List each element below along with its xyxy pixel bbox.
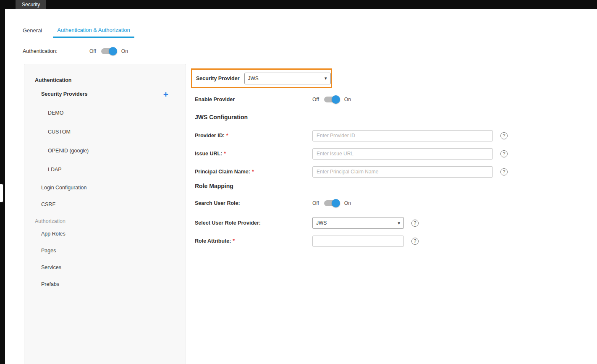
help-icon[interactable]: ? xyxy=(411,220,419,227)
principal-claim-name-label: Principal Claim Name:* xyxy=(195,169,312,175)
provider-config-panel: Security Provider JWS ▾ Enable Provider … xyxy=(191,64,597,364)
security-provider-select-value: JWS xyxy=(248,76,259,81)
provider-id-label: Provider ID:* xyxy=(195,133,312,139)
toggle-knob xyxy=(109,47,117,55)
toggle-off-label: Off xyxy=(312,200,319,206)
issue-url-label: Issue URL:* xyxy=(195,151,312,157)
required-marker: * xyxy=(252,169,254,175)
help-icon[interactable]: ? xyxy=(500,132,508,139)
tab-authentication-authorization[interactable]: Authentication & Authorization xyxy=(53,27,134,38)
toggle-off-label: Off xyxy=(312,97,319,102)
tab-general[interactable]: General xyxy=(23,27,42,38)
issue-url-row: Issue URL:* ? xyxy=(195,148,597,160)
role-attribute-row: Role Attribute:* ? xyxy=(195,235,597,247)
toggle-on-label: On xyxy=(344,97,351,102)
principal-claim-name-row: Principal Claim Name:* ? xyxy=(195,166,597,178)
select-user-role-provider-label: Select User Role Provider: xyxy=(195,220,312,226)
toggle-on-label: On xyxy=(121,48,128,54)
authentication-toggle: Off On xyxy=(89,48,128,54)
enable-provider-label: Enable Provider xyxy=(195,97,312,102)
sidebar-item-csrf[interactable]: CSRF xyxy=(41,202,55,207)
toggle-knob xyxy=(332,95,340,104)
security-window-tab-label: Security xyxy=(22,2,40,8)
required-marker: * xyxy=(233,238,235,244)
authentication-label: Authentication: xyxy=(23,48,89,54)
panel-collapse-handle[interactable] xyxy=(0,184,3,202)
sidebar-item-demo[interactable]: DEMO xyxy=(48,110,64,116)
authentication-toggle-switch[interactable] xyxy=(101,48,116,54)
chevron-down-icon: ▾ xyxy=(398,220,400,226)
sidebar-item-ldap[interactable]: LDAP xyxy=(48,167,62,173)
left-edge-bar xyxy=(0,0,5,364)
search-user-role-label: Search User Role: xyxy=(195,200,312,206)
authentication-toggle-row: Authentication: Off On xyxy=(23,45,597,57)
security-settings-page: General Authentication & Authorization A… xyxy=(5,9,597,364)
role-attribute-input[interactable] xyxy=(312,236,404,247)
enable-provider-toggle-switch[interactable] xyxy=(324,97,339,102)
issue-url-input[interactable] xyxy=(312,148,493,160)
toggle-knob xyxy=(332,199,340,207)
role-mapping-heading: Role Mapping xyxy=(195,183,233,189)
sidebar-heading-authentication: Authentication xyxy=(35,77,72,83)
help-icon[interactable]: ? xyxy=(411,238,419,245)
help-icon[interactable]: ? xyxy=(500,150,508,157)
security-provider-highlight: Security Provider JWS ▾ xyxy=(191,68,332,88)
sidebar-item-prefabs[interactable]: Prefabs xyxy=(41,281,59,287)
sidebar-heading-authorization: Authorization xyxy=(35,218,65,224)
security-window-tab[interactable]: Security xyxy=(16,0,46,9)
role-attribute-label: Role Attribute:* xyxy=(195,238,312,244)
sidebar-item-openid-google[interactable]: OPENID (google) xyxy=(48,148,89,154)
jws-configuration-heading: JWS Configuration xyxy=(195,114,248,120)
sidebar-item-login-configuration[interactable]: Login Configuration xyxy=(41,185,86,191)
search-user-role-row: Search User Role: Off On xyxy=(195,197,597,209)
sidebar-item-pages[interactable]: Pages xyxy=(41,248,56,254)
chevron-down-icon: ▾ xyxy=(325,76,327,81)
principal-claim-name-input[interactable] xyxy=(312,166,493,178)
user-role-provider-select-value: JWS xyxy=(316,220,327,226)
user-role-provider-select[interactable]: JWS ▾ xyxy=(312,217,404,229)
enable-provider-toggle: Off On xyxy=(312,97,351,102)
search-user-role-toggle-switch[interactable] xyxy=(324,200,339,206)
sidebar-item-app-roles[interactable]: App Roles xyxy=(41,231,65,237)
toggle-on-label: On xyxy=(344,200,351,206)
add-provider-icon[interactable]: + xyxy=(162,90,170,99)
select-user-role-provider-row: Select User Role Provider: JWS ▾ ? xyxy=(195,217,597,229)
top-bar: Security xyxy=(0,0,597,9)
provider-id-row: Provider ID:* ? xyxy=(195,130,597,141)
enable-provider-row: Enable Provider Off On xyxy=(195,94,597,105)
required-marker: * xyxy=(224,151,226,157)
search-user-role-toggle: Off On xyxy=(312,200,351,206)
sidebar-item-custom[interactable]: CUSTOM xyxy=(48,129,71,135)
settings-tabs: General Authentication & Authorization xyxy=(5,26,597,38)
required-marker: * xyxy=(226,133,228,139)
sidebar-item-services[interactable]: Services xyxy=(41,264,61,270)
security-provider-select[interactable]: JWS ▾ xyxy=(244,73,331,84)
sidebar-item-security-providers[interactable]: Security Providers xyxy=(41,91,87,97)
security-provider-label: Security Provider xyxy=(196,76,240,81)
help-icon[interactable]: ? xyxy=(500,168,508,175)
security-sidebar: Authentication Security Providers + DEMO… xyxy=(24,64,186,364)
toggle-off-label: Off xyxy=(89,48,96,54)
provider-id-input[interactable] xyxy=(312,130,493,141)
